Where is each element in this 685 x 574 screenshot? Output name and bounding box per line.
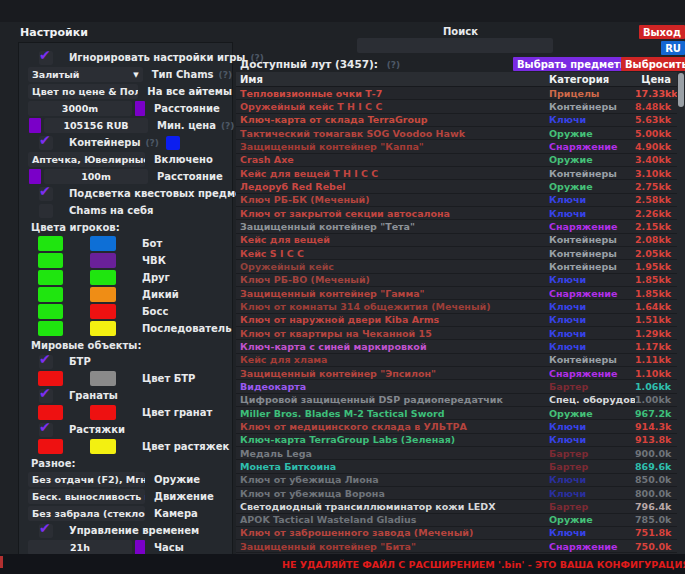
min-price-input[interactable] bbox=[44, 118, 148, 133]
table-row[interactable]: Видеокарта Бартер 1.06kk bbox=[236, 380, 677, 393]
table-row[interactable]: Crash Axe Оружие 3.40kk bbox=[236, 154, 677, 167]
color-swatch[interactable] bbox=[90, 405, 116, 420]
table-row[interactable]: Ключ от квартиры на Чеканной 15 Ключи 1.… bbox=[236, 327, 677, 340]
chams-self-checkbox[interactable] bbox=[39, 204, 53, 218]
table-row[interactable]: Защищенный контейнер "Тета" Снаряжение 2… bbox=[236, 220, 677, 233]
table-row[interactable]: Miller Bros. Blades M-2 Tactical Sword О… bbox=[236, 407, 677, 420]
table-row[interactable]: Защищенный контейнер "Каппа" Снаряжение … bbox=[236, 140, 677, 153]
table-row[interactable]: APOK Tactical Wasteland Gladius Оружие 7… bbox=[236, 514, 677, 527]
table-row[interactable]: Ключ от закрытой секции автосалона Ключи… bbox=[236, 207, 677, 220]
all-items-dropdown[interactable]: Цвет по цене & Пользователь ▼ bbox=[28, 84, 138, 99]
drop-all-button[interactable]: Выбросить все bbox=[621, 57, 685, 71]
table-row[interactable]: Ключ от медицинского склада в УЛЬТРА Клю… bbox=[236, 420, 677, 433]
tripwires-checkbox[interactable]: ✔ bbox=[39, 423, 53, 437]
containers-checkbox[interactable]: ✔ bbox=[39, 136, 53, 150]
table-row[interactable]: Светодиодный трансиллюминатор кожи LEDX … bbox=[236, 500, 677, 513]
help-icon[interactable]: (?) bbox=[387, 60, 400, 70]
color-swatch[interactable] bbox=[90, 321, 116, 336]
time-control-checkbox[interactable]: ✔ bbox=[39, 524, 53, 538]
table-row[interactable]: Ключ от комнаты 314 общежития (Меченый) … bbox=[236, 300, 677, 313]
item-name: Кейс S I C C bbox=[236, 248, 549, 259]
item-category: Снаряжение bbox=[549, 541, 635, 552]
column-header-name[interactable]: Имя bbox=[236, 74, 549, 85]
meds-distance-input[interactable] bbox=[44, 169, 148, 184]
color-swatch[interactable] bbox=[38, 253, 63, 268]
config-warning-text: НЕ УДАЛЯЙТЕ ФАЙЛ С РАСШИРЕНИЕМ '.bin' - … bbox=[282, 559, 685, 570]
hours-input[interactable] bbox=[28, 540, 132, 555]
item-price: 913.8k bbox=[635, 434, 671, 445]
grenades-checkbox[interactable]: ✔ bbox=[39, 389, 53, 403]
color-swatch[interactable] bbox=[38, 304, 63, 319]
quest-items-checkbox[interactable]: ✔ bbox=[39, 187, 53, 201]
item-name: Светодиодный трансиллюминатор кожи LEDX bbox=[236, 501, 549, 512]
ignore-game-checkbox[interactable]: ✔ bbox=[39, 51, 53, 65]
color-swatch[interactable] bbox=[38, 287, 63, 302]
table-row[interactable]: Защищенный контейнер "Эпсилон" Снаряжени… bbox=[236, 367, 677, 380]
check-icon: ✔ bbox=[39, 419, 51, 435]
table-row[interactable]: Тактический томагавк SOG Voodoo Hawk Ору… bbox=[236, 127, 677, 140]
color-swatch[interactable] bbox=[38, 236, 63, 251]
color-swatch[interactable] bbox=[90, 236, 116, 251]
item-category: Оружие bbox=[549, 181, 635, 192]
movement-dropdown[interactable]: Беск. выносливость и нет уста ▼ bbox=[28, 489, 145, 504]
table-row[interactable]: Тепловизионные очки Т-7 Прицелы 17.33kk bbox=[236, 87, 677, 100]
containers-color-swatch[interactable] bbox=[166, 136, 180, 150]
table-row[interactable]: Ключ-карта с синей маркировкой Ключи 1.1… bbox=[236, 340, 677, 353]
table-row[interactable]: Медаль Lega Бартер 900.0k bbox=[236, 447, 677, 460]
table-row[interactable]: Защищенный контейнер "Гамма" Снаряжение … bbox=[236, 287, 677, 300]
table-scrollbar[interactable] bbox=[677, 72, 685, 554]
table-row[interactable]: Защищенный контейнер "Бита" Снаряжение 7… bbox=[236, 540, 677, 553]
table-row[interactable]: Кейс для вещей T H I C C Контейнеры 3.10… bbox=[236, 167, 677, 180]
color-swatch[interactable] bbox=[38, 321, 63, 336]
table-row[interactable]: Ключ от наружной двери Kiba Arms Ключи 1… bbox=[236, 314, 677, 327]
item-price: 1.85kk bbox=[635, 288, 671, 299]
table-row[interactable]: Ключ от убежища Лиона Ключи 850.0k bbox=[236, 474, 677, 487]
item-price: 1.00kk bbox=[635, 394, 671, 405]
color-swatch[interactable] bbox=[90, 304, 116, 319]
exit-button[interactable]: Выход bbox=[639, 25, 685, 39]
distance-color-swatch[interactable] bbox=[135, 101, 145, 116]
player-color-label: ЧВК bbox=[142, 255, 166, 266]
table-row[interactable]: Монета Биткоина Бартер 869.6k bbox=[236, 460, 677, 473]
table-row[interactable]: Ледоруб Red Rebel Оружие 2.75kk bbox=[236, 180, 677, 193]
weapon-dropdown[interactable]: Без отдачи (F2), Мгновенное п ▼ bbox=[28, 472, 145, 487]
color-swatch[interactable] bbox=[38, 439, 63, 454]
meds-dropdown[interactable]: Аптечка, Ювелирные и... ▼ bbox=[28, 152, 145, 167]
help-icon[interactable]: (?) bbox=[219, 70, 232, 80]
column-header-category[interactable]: Категория bbox=[549, 74, 635, 85]
table-row[interactable]: Ключ РБ-ВО (Меченый) Ключи 1.85kk bbox=[236, 274, 677, 287]
chams-type-dropdown[interactable]: Залитый ▼ bbox=[28, 67, 143, 82]
table-row[interactable]: Ключ РБ-БК (Меченый) Ключи 2.58kk bbox=[236, 194, 677, 207]
world-objects-section-title: Мировые объекты: bbox=[28, 337, 232, 353]
search-input[interactable] bbox=[357, 38, 553, 53]
distance-input[interactable] bbox=[28, 101, 132, 116]
table-row[interactable]: Кейс для вещей Контейнеры 2.08kk bbox=[236, 234, 677, 247]
item-name: Ключ-карта TerraGroup Labs (Зеленая) bbox=[236, 434, 549, 445]
help-icon[interactable]: (?) bbox=[221, 121, 234, 131]
table-row[interactable]: Ключ-карта от склада TerraGroup Ключи 5.… bbox=[236, 114, 677, 127]
btr-checkbox[interactable]: ✔ bbox=[39, 355, 53, 369]
table-row[interactable]: Ключ от заброшенного завода (Меченый) Кл… bbox=[236, 527, 677, 540]
item-name: Защищенный контейнер "Каппа" bbox=[236, 141, 549, 152]
table-row[interactable]: Оружейный кейс Контейнеры 1.95kk bbox=[236, 260, 677, 273]
help-icon[interactable]: (?) bbox=[145, 138, 158, 148]
color-swatch[interactable] bbox=[90, 439, 116, 454]
language-button[interactable]: RU bbox=[661, 41, 685, 55]
column-header-price[interactable]: Цена bbox=[635, 74, 671, 85]
setting-btr: ✔ БТР bbox=[28, 353, 232, 370]
color-swatch[interactable] bbox=[90, 371, 116, 386]
hours-color-swatch[interactable] bbox=[135, 540, 145, 555]
scrollbar-thumb[interactable] bbox=[678, 73, 684, 107]
player-color-label: Друг bbox=[142, 272, 170, 283]
table-row[interactable]: Кейс для хлама Контейнеры 1.11kk bbox=[236, 354, 677, 367]
table-row[interactable]: Ключ от убежища Ворона Ключи 800.0k bbox=[236, 487, 677, 500]
table-row[interactable]: Ключ-карта TerraGroup Labs (Зеленая) Клю… bbox=[236, 434, 677, 447]
color-swatch[interactable] bbox=[90, 253, 116, 268]
table-row[interactable]: Оружейный кейс T H I C C Контейнеры 8.48… bbox=[236, 100, 677, 113]
table-row[interactable]: Кейс S I C C Контейнеры 2.05kk bbox=[236, 247, 677, 260]
loot-table-body: Тепловизионные очки Т-7 Прицелы 17.33kk … bbox=[236, 87, 677, 554]
color-swatch[interactable] bbox=[90, 270, 116, 285]
color-swatch[interactable] bbox=[38, 270, 63, 285]
color-swatch[interactable] bbox=[90, 287, 116, 302]
table-row[interactable]: Цифровой защищенный DSP радиопередатчик … bbox=[236, 394, 677, 407]
